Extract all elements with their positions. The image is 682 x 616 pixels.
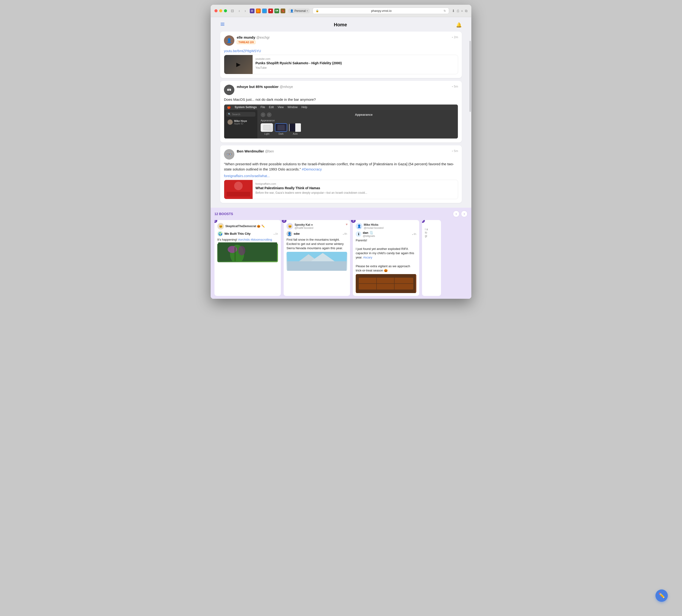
download-icon[interactable]: ⬇ [452, 9, 455, 13]
mac-menu-edit[interactable]: Edit [269, 106, 274, 109]
tab-icon-3[interactable]: 🌐 [262, 8, 267, 13]
post-link[interactable]: youtu.be/6mtZP8gWSYU [224, 49, 458, 53]
tab-icon-2[interactable]: 🟧 [256, 8, 261, 13]
auto-swatch [289, 123, 301, 132]
menu-button[interactable] [220, 22, 225, 28]
appearance-option-dark[interactable]: Dark [275, 123, 287, 135]
tab-icon-4[interactable]: ⚑ [268, 8, 273, 13]
post-card: 🕶 mhoye but 85% spookier @mhoye 5m Does … [220, 81, 462, 142]
fullscreen-button[interactable] [224, 9, 227, 12]
reload-icon[interactable]: ↻ [444, 9, 446, 13]
post-meta: elle mundy @exchgr THREAD 2/X [237, 35, 270, 44]
lock-icon: 🔒 [316, 9, 319, 12]
dark-swatch [275, 123, 287, 132]
mac-menu-window[interactable]: Window [288, 106, 298, 109]
booster-avatar: 👤 [356, 223, 362, 229]
mac-section-label: Appearance [261, 119, 455, 122]
hashtag[interactable]: #scary [363, 256, 372, 259]
appearance-option-auto[interactable]: Auto [289, 123, 301, 135]
preview-body: foreignaffairs.com What Palestinians Rea… [253, 180, 458, 199]
light-swatch [261, 123, 273, 132]
svg-rect-11 [234, 247, 235, 261]
boosts-next-button[interactable]: › [461, 211, 468, 217]
tab-icon-6[interactable]: 🔖 [280, 8, 285, 13]
booster-avatar: 🐱 [217, 223, 224, 229]
boost-card: 1 🐱 SkepticatTheDemocrat 🎃 ✏️ 🌍 We Built… [214, 220, 281, 296]
page-title: Home [334, 22, 347, 27]
svg-rect-1 [221, 24, 224, 24]
post-author: mhoye but 85% spookier [237, 85, 279, 89]
mac-back-button[interactable]: ‹ [261, 112, 266, 117]
booster-info: SkepticatTheDemocrat 🎃 ✏️ [225, 224, 265, 228]
mac-menu-file[interactable]: File [260, 106, 265, 109]
close-button[interactable] [214, 9, 218, 12]
appearance-option-light[interactable]: Light [261, 123, 273, 135]
mac-menu-help[interactable]: Help [301, 106, 308, 109]
tabs-overview-icon[interactable]: ⧉ [465, 9, 468, 13]
booster-handle: @KatM boosted [295, 226, 313, 229]
hashtag[interactable]: #orchids [238, 238, 250, 241]
boost-image [356, 274, 416, 293]
avatar: 👓 [224, 149, 234, 159]
mac-search[interactable]: 🔍 Search [226, 112, 255, 117]
tab-strip: ⚙ 🟧 🌐 ⚑ 🗺 🔖 [250, 8, 285, 13]
mac-menu-view[interactable]: View [277, 106, 283, 109]
boost-post-time: 4h [412, 233, 416, 236]
boost-post-header: 🌍 We Built This City 1h [217, 231, 278, 237]
preview-body: youtube.com Punks Shoplift Ryuichi Sakam… [253, 55, 458, 74]
svg-point-10 [238, 246, 245, 255]
share-icon[interactable]: ⎙ [457, 9, 459, 13]
preview-thumbnail: ▶ [224, 55, 253, 74]
boost-post-avatar: 🌍 [217, 231, 223, 237]
boosts-prev-button[interactable]: ‹ [453, 211, 459, 217]
svg-point-9 [228, 246, 237, 253]
scrollbar[interactable] [470, 41, 471, 112]
post-header: 👓 Ben Werdmuller @ben [224, 149, 274, 159]
post-text: "When presented with three possible solu… [224, 161, 458, 172]
address-bar[interactable]: 🔒 phanpy.vmst.io ↻ [313, 7, 449, 14]
svg-rect-13 [287, 261, 346, 271]
new-tab-icon[interactable]: + [461, 9, 463, 13]
preview-desc: YouTube [255, 66, 455, 70]
boost-image [287, 252, 347, 271]
minimize-button[interactable] [219, 9, 222, 12]
boosts-count: 12 BOOSTS [214, 212, 233, 216]
booster-name: SkepticatTheDemocrat 🎃 ✏️ [225, 224, 265, 228]
tab-icon-5[interactable]: 🗺 [274, 8, 279, 13]
toolbar-actions: ⬇ ⎙ + ⧉ [452, 9, 468, 13]
link-preview-card[interactable]: foreignaffairs.com What Palestinians Rea… [224, 180, 458, 199]
boost-partial-text: i alogi [425, 228, 438, 238]
post-link[interactable]: foreignaffairs.com/israel/what... [224, 174, 458, 178]
post-handle: @ben [265, 149, 274, 153]
post-time: 5m [452, 85, 458, 88]
thread-badge[interactable]: THREAD 2/X [237, 40, 255, 44]
boost-post-time: 1h [274, 233, 278, 235]
mac-nav-row: ‹ › Appearance [261, 112, 455, 117]
preview-title: What Palestinians Really Think of Hamas [255, 186, 455, 190]
notifications-button[interactable]: 🔔 [456, 22, 462, 28]
auto-label: Auto [293, 133, 298, 135]
svg-rect-2 [221, 25, 224, 26]
hashtag[interactable]: #Democracy [302, 167, 322, 171]
dark-label: Dark [278, 133, 283, 135]
boost-number: 1 [214, 220, 217, 223]
post-header-row: 🕶 mhoye but 85% spookier @mhoye 5m [224, 85, 458, 97]
mac-forward-button[interactable]: › [267, 112, 272, 117]
boosts-section: 12 BOOSTS ‹ › 1 🐱 SkepticatTheDemocrat 🎃 [211, 208, 471, 299]
back-button[interactable]: ‹ [238, 8, 241, 14]
mac-main-content: ‹ › Appearance Appearance [257, 110, 458, 138]
hashtag[interactable]: #bloomscrolling [251, 238, 272, 241]
boost-image [217, 243, 278, 262]
title-bar: ⊟ ‹ › ⚙ 🟧 🌐 ⚑ 🗺 🔖 👤 Personal ▾ 🔒 phanpy.… [211, 5, 471, 17]
post-handle: @exchgr [256, 36, 270, 39]
boost-post-author: sdw [294, 232, 299, 236]
posts-container: 👤 elle mundy @exchgr THREAD 2/X 2m [211, 31, 471, 203]
forward-button[interactable]: › [244, 8, 247, 14]
link-preview-card[interactable]: ▶ youtube.com Punks Shoplift Ryuichi Sak… [224, 55, 458, 74]
mac-user-avatar [227, 119, 233, 125]
tab-icon-1[interactable]: ⚙ [250, 8, 254, 13]
boost-number: 2 [282, 220, 287, 223]
profile-selector[interactable]: 👤 Personal ▾ [288, 8, 310, 13]
sidebar-toggle-button[interactable]: ⊟ [230, 8, 235, 14]
browser-window: ⊟ ‹ › ⚙ 🟧 🌐 ⚑ 🗺 🔖 👤 Personal ▾ 🔒 phanpy.… [211, 5, 471, 299]
